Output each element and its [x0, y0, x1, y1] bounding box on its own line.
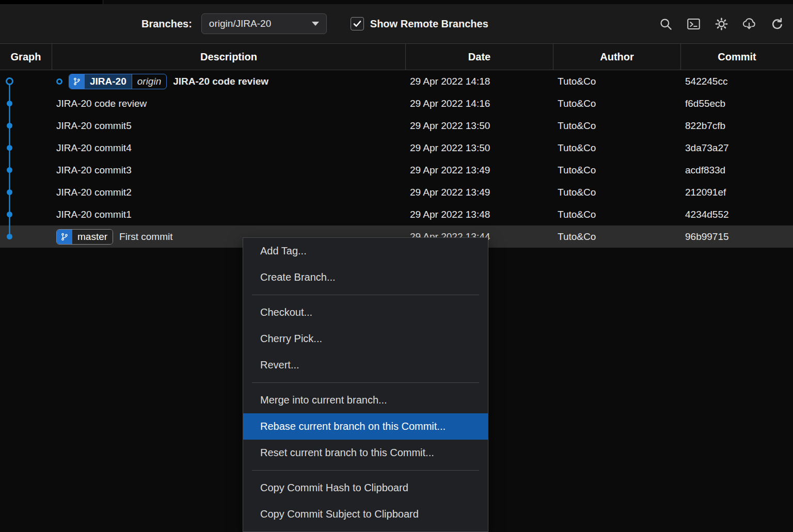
commit-message: JIRA-20 commit4	[56, 142, 132, 154]
commit-author: Tuto&Co	[553, 98, 681, 109]
commit-hash: 542245cc	[681, 76, 793, 87]
chevron-down-icon	[312, 22, 319, 26]
menu-separator	[252, 382, 479, 383]
gear-icon[interactable]	[714, 17, 728, 31]
commit-author: Tuto&Co	[553, 120, 681, 132]
commit-rows: JIRA-20originJIRA-20 code review29 Apr 2…	[0, 70, 793, 248]
commit-date: 29 Apr 2022 13:50	[406, 142, 553, 154]
column-header-date: Date	[406, 44, 553, 70]
commit-row[interactable]: JIRA-20 commit229 Apr 2022 13:49Tuto&Co2…	[0, 181, 793, 203]
toolbar-icons	[658, 17, 784, 31]
branch-name: master	[72, 230, 113, 244]
commit-date: 29 Apr 2022 14:16	[406, 98, 553, 109]
context-menu-item[interactable]: Create Branch...	[243, 264, 488, 291]
commit-date: 29 Apr 2022 14:18	[406, 76, 553, 87]
commit-row[interactable]: JIRA-20 commit529 Apr 2022 13:50Tuto&Co8…	[0, 115, 793, 137]
commit-message: JIRA-20 commit3	[56, 165, 132, 176]
commit-description: JIRA-20 code review	[52, 98, 406, 109]
commit-row[interactable]: JIRA-20 commit329 Apr 2022 13:49Tuto&Coa…	[0, 159, 793, 181]
context-menu: Add Tag...Create Branch...Checkout...Che…	[243, 237, 488, 532]
commit-description: JIRA-20 commit5	[52, 120, 406, 132]
remote-name: origin	[132, 74, 166, 89]
branch-icon	[69, 74, 85, 89]
commit-hash: 3da73a27	[681, 142, 793, 154]
commit-hash: 212091ef	[681, 187, 793, 198]
commit-message: First commit	[119, 231, 172, 243]
table-header: Graph Description Date Author Commit	[0, 43, 793, 70]
commit-message: JIRA-20 code review	[56, 98, 147, 109]
column-header-graph: Graph	[0, 44, 52, 70]
commit-description: JIRA-20originJIRA-20 code review	[52, 74, 406, 89]
terminal-icon[interactable]	[686, 17, 701, 31]
commit-hash: 4234d552	[681, 209, 793, 220]
commit-row[interactable]: JIRA-20 code review29 Apr 2022 14:16Tuto…	[0, 92, 793, 115]
commit-date: 29 Apr 2022 13:49	[406, 165, 553, 176]
context-menu-item[interactable]: Checkout...	[243, 299, 488, 326]
show-remote-branches-label: Show Remote Branches	[370, 18, 488, 30]
commit-message: JIRA-20 code review	[173, 76, 268, 87]
context-menu-item[interactable]: Revert...	[243, 352, 488, 378]
column-header-author: Author	[553, 44, 681, 70]
commit-author: Tuto&Co	[553, 231, 681, 243]
commit-row[interactable]: JIRA-20 commit429 Apr 2022 13:50Tuto&Co3…	[0, 137, 793, 159]
branch-icon	[57, 229, 72, 245]
commit-description: JIRA-20 commit1	[52, 209, 406, 220]
refresh-icon[interactable]	[770, 17, 784, 31]
context-menu-item[interactable]: Rebase current branch on this Commit...	[243, 413, 488, 440]
commit-author: Tuto&Co	[553, 76, 681, 87]
branch-dropdown-value: origin/JIRA-20	[209, 18, 271, 29]
commit-message: JIRA-20 commit1	[56, 209, 132, 220]
commit-date: 29 Apr 2022 13:48	[406, 209, 553, 220]
context-menu-item[interactable]: Add Tag...	[243, 238, 488, 264]
context-menu-item[interactable]: Copy Commit Hash to Clipboard	[243, 475, 488, 501]
commit-author: Tuto&Co	[553, 209, 681, 220]
commit-date: 29 Apr 2022 13:49	[406, 187, 553, 198]
commit-description: JIRA-20 commit3	[52, 165, 406, 176]
tab-strip	[0, 0, 793, 4]
active-tab	[0, 0, 103, 4]
commit-date: 29 Apr 2022 13:50	[406, 120, 553, 132]
context-menu-item[interactable]: Cherry Pick...	[243, 326, 488, 352]
context-menu-item[interactable]: Merge into current branch...	[243, 387, 488, 413]
commit-hash: 96b99715	[681, 231, 793, 243]
branch-name: JIRA-20	[85, 74, 132, 89]
context-menu-item[interactable]: Copy Commit Subject to Clipboard	[243, 501, 488, 527]
fetch-cloud-download-icon[interactable]	[742, 17, 756, 31]
commit-row[interactable]: JIRA-20originJIRA-20 code review29 Apr 2…	[0, 70, 793, 92]
commit-author: Tuto&Co	[553, 165, 681, 176]
branch-badge[interactable]: master	[56, 229, 113, 245]
menu-separator	[252, 295, 479, 295]
check-icon	[353, 19, 362, 28]
branch-badge[interactable]: JIRA-20origin	[69, 74, 167, 89]
commit-message: JIRA-20 commit5	[56, 120, 132, 132]
branches-label: Branches:	[141, 18, 192, 30]
column-header-description: Description	[52, 44, 406, 70]
commit-hash: f6d55ecb	[681, 98, 793, 109]
git-graph-window: Branches: origin/JIRA-20 Show Remote Bra…	[0, 0, 793, 532]
commit-hash: 822b7cfb	[681, 120, 793, 132]
toolbar: Branches: origin/JIRA-20 Show Remote Bra…	[0, 4, 793, 43]
commit-description: JIRA-20 commit4	[52, 142, 406, 154]
head-indicator-ring	[56, 78, 62, 85]
commit-description: JIRA-20 commit2	[52, 187, 406, 198]
show-remote-branches-checkbox[interactable]	[351, 17, 364, 30]
menu-separator	[252, 470, 479, 471]
column-header-commit: Commit	[681, 44, 793, 70]
commit-row[interactable]: JIRA-20 commit129 Apr 2022 13:48Tuto&Co4…	[0, 203, 793, 225]
commit-hash: acdf833d	[681, 165, 793, 176]
commit-author: Tuto&Co	[553, 142, 681, 154]
commit-author: Tuto&Co	[553, 187, 681, 198]
search-icon[interactable]	[658, 17, 673, 31]
branch-dropdown[interactable]: origin/JIRA-20	[201, 13, 327, 34]
context-menu-item[interactable]: Reset current branch to this Commit...	[243, 440, 488, 466]
commit-message: JIRA-20 commit2	[56, 187, 132, 198]
